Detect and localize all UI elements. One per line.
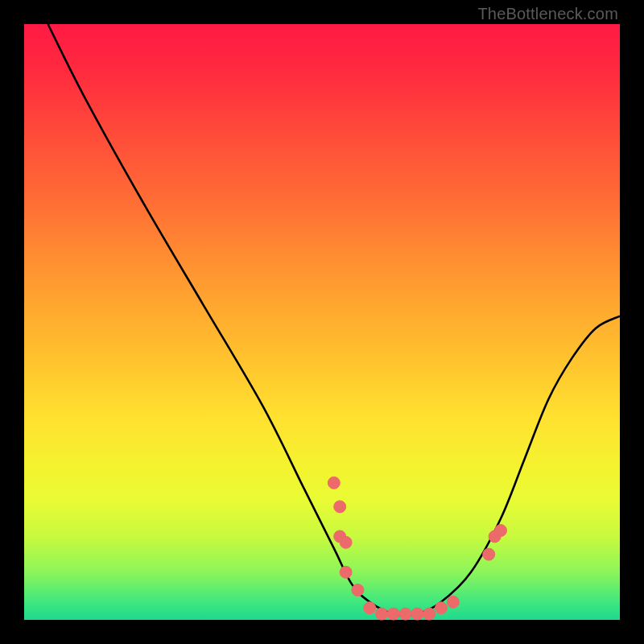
data-point xyxy=(423,608,436,620)
data-point xyxy=(447,596,459,608)
data-point xyxy=(387,608,399,620)
data-point xyxy=(328,477,340,489)
data-point xyxy=(340,536,352,548)
bottleneck-curve xyxy=(48,24,620,615)
data-point xyxy=(483,548,495,560)
chart-svg xyxy=(24,24,620,620)
data-point xyxy=(340,566,352,578)
data-point xyxy=(364,602,376,614)
data-point xyxy=(495,525,507,537)
data-point xyxy=(376,608,388,620)
scatter-points xyxy=(328,477,506,620)
data-point xyxy=(334,501,346,513)
data-point xyxy=(352,584,364,597)
watermark-text: TheBottleneck.com xyxy=(477,5,618,23)
chart-plot-area xyxy=(24,24,620,620)
chart-frame: TheBottleneck.com xyxy=(0,0,644,644)
data-point xyxy=(399,608,411,620)
data-point xyxy=(436,602,448,614)
data-point xyxy=(411,608,423,620)
